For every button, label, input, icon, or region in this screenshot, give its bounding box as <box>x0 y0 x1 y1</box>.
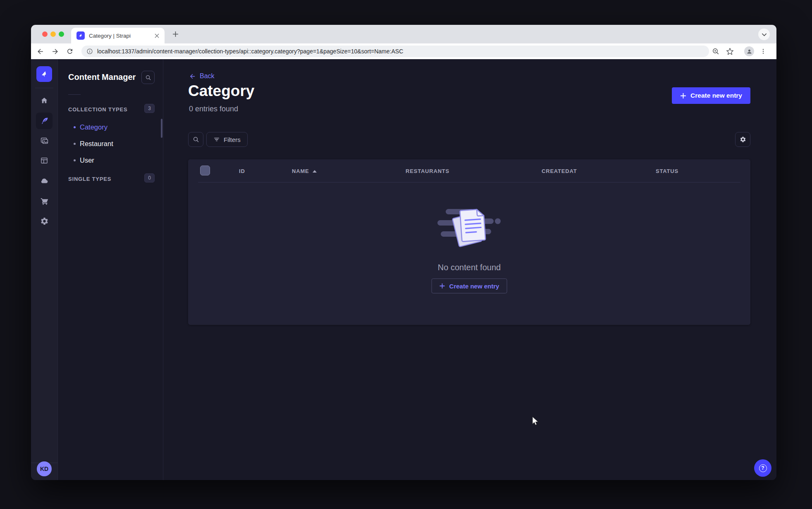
subnav-divider <box>68 94 81 95</box>
tab-strip: Category | Strapi <box>31 25 776 43</box>
new-tab-button[interactable] <box>172 30 179 38</box>
tab-title: Category | Strapi <box>89 33 153 39</box>
subnav-search-button[interactable] <box>141 71 155 84</box>
collection-types-label: COLLECTION TYPES <box>68 106 128 113</box>
main-nav-rail: KD <box>31 59 58 480</box>
question-mark-icon: ? <box>759 464 767 472</box>
column-header-restaurants[interactable]: RESTAURANTS <box>406 168 449 174</box>
minimize-window-button[interactable] <box>50 31 56 37</box>
back-link[interactable]: Back <box>189 72 215 80</box>
subnav-scrollbar[interactable] <box>161 119 162 138</box>
sidebar-item-content-manager[interactable] <box>36 113 53 129</box>
empty-state: No content found Create new entry <box>188 205 750 253</box>
single-types-count-badge: 0 <box>144 173 155 182</box>
sidebar-item-settings[interactable] <box>36 213 53 229</box>
empty-create-new-entry-button[interactable]: Create new entry <box>432 279 507 293</box>
search-icon <box>193 136 199 143</box>
page-title: Category <box>188 82 254 100</box>
back-navigation-icon[interactable] <box>34 46 46 57</box>
main-content: Back Category 0 entries found Create new… <box>163 59 776 480</box>
column-header-name[interactable]: NAME <box>292 168 317 174</box>
subnav-item-user[interactable]: User <box>58 152 163 168</box>
select-all-checkbox[interactable] <box>200 166 210 175</box>
entries-count: 0 entries found <box>189 105 238 113</box>
collection-types-count-badge: 3 <box>144 104 155 113</box>
images-icon <box>40 137 49 145</box>
home-icon <box>40 96 48 105</box>
desktop: Category | Strapi <box>0 0 812 509</box>
subnav-item-restaurant[interactable]: Restaurant <box>58 135 163 152</box>
browser-window: Category | Strapi <box>31 25 776 480</box>
no-content-message: No content found <box>188 263 750 272</box>
view-settings-button[interactable] <box>735 132 750 147</box>
no-content-illustration <box>434 205 504 251</box>
feather-pen-icon <box>40 117 49 125</box>
url-text: localhost:1337/admin/content-manager/col… <box>97 48 403 55</box>
filter-icon <box>213 136 220 143</box>
bookmark-star-icon[interactable] <box>724 46 736 57</box>
back-arrow-icon <box>189 73 196 80</box>
url-bar[interactable]: localhost:1337/admin/content-manager/col… <box>81 46 709 57</box>
strapi-logo[interactable] <box>36 66 52 82</box>
browser-profile-icon[interactable] <box>743 46 755 57</box>
strapi-admin-page: KD Content Manager COLLECTION TYPES 3 Ca… <box>31 59 776 480</box>
column-header-id[interactable]: ID <box>239 168 245 174</box>
bullet-icon <box>74 159 76 161</box>
mouse-cursor <box>530 416 540 427</box>
sort-ascending-icon <box>313 170 317 173</box>
browser-menu-icon[interactable] <box>757 46 769 57</box>
fullscreen-window-button[interactable] <box>59 31 64 37</box>
forward-navigation-icon[interactable] <box>49 46 61 57</box>
reload-icon[interactable] <box>64 46 76 57</box>
subnav-item-category[interactable]: Category <box>58 119 163 135</box>
zoom-icon[interactable] <box>710 46 721 57</box>
browser-tab[interactable]: Category | Strapi <box>71 28 165 43</box>
site-info-icon[interactable] <box>86 48 93 55</box>
single-types-label: SINGLE TYPES <box>68 176 111 182</box>
column-header-createdat[interactable]: CREATEDAT <box>542 168 577 174</box>
strapi-favicon <box>76 31 85 40</box>
sidebar-item-home[interactable] <box>36 92 53 109</box>
layout-icon <box>40 156 48 165</box>
tab-search-button[interactable] <box>758 29 770 40</box>
sidebar-item-content-type-builder[interactable] <box>36 152 53 169</box>
entries-table: ID NAME RESTAURANTS CREATEDAT STATUS <box>188 159 750 325</box>
search-icon <box>145 74 151 81</box>
create-new-entry-button[interactable]: Create new entry <box>672 87 750 104</box>
plus-icon <box>680 93 686 99</box>
sidebar-item-deploy-cloud[interactable] <box>36 173 53 189</box>
tab-close-icon[interactable] <box>153 32 160 39</box>
plus-icon <box>439 283 445 289</box>
gear-icon <box>40 217 49 226</box>
browser-toolbar: localhost:1337/admin/content-manager/col… <box>31 43 776 59</box>
column-header-status[interactable]: STATUS <box>656 168 678 174</box>
help-button[interactable]: ? <box>754 459 771 477</box>
sidebar-item-media-library[interactable] <box>36 132 53 149</box>
close-window-button[interactable] <box>42 31 48 37</box>
shopping-cart-icon <box>40 197 49 205</box>
cloud-icon <box>40 176 49 185</box>
content-manager-subnav: Content Manager COLLECTION TYPES 3 Categ… <box>58 59 163 480</box>
gear-icon <box>740 136 746 143</box>
subnav-title: Content Manager <box>68 72 136 82</box>
bullet-icon <box>74 126 76 128</box>
rail-divider <box>35 88 53 88</box>
list-search-button[interactable] <box>188 132 203 147</box>
filters-button[interactable]: Filters <box>206 132 248 147</box>
table-header-divider <box>198 182 740 182</box>
bullet-icon <box>74 143 76 145</box>
user-avatar[interactable]: KD <box>37 461 52 476</box>
sidebar-item-marketplace[interactable] <box>36 192 53 209</box>
